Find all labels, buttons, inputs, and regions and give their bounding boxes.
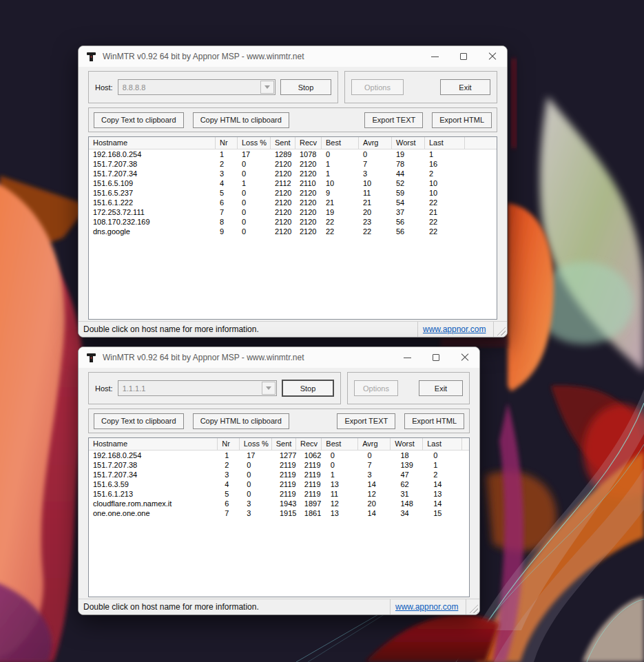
table-cell: 1897: [300, 499, 326, 508]
table-cell: 2120: [271, 227, 295, 236]
winmtr-app-icon: [86, 52, 96, 62]
appnor-link[interactable]: www.appnor.com: [423, 324, 486, 334]
column-header[interactable]: Best: [322, 137, 359, 149]
column-header[interactable]: Loss %: [240, 438, 272, 450]
resize-grip[interactable]: [466, 601, 478, 613]
table-row[interactable]: one.one.one.one731915186113143415: [89, 508, 469, 518]
table-cell: 0: [238, 159, 271, 169]
options-button[interactable]: Options: [354, 380, 398, 396]
minimize-icon[interactable]: [420, 46, 449, 67]
column-header[interactable]: Hostname: [89, 137, 216, 149]
appnor-link[interactable]: www.appnor.com: [395, 602, 458, 612]
winmtr-app-icon: [86, 353, 96, 363]
column-header[interactable]: Sent: [271, 137, 295, 149]
table-row[interactable]: 151.6.5.23750212021209115910: [89, 188, 497, 198]
copy-text-button[interactable]: Copy Text to clipboard: [94, 413, 184, 429]
title-bar[interactable]: WinMTR v0.92 64 bit by Appnor MSP - www.…: [79, 46, 507, 67]
table-cell: 7: [216, 207, 238, 217]
table-cell: 13: [326, 479, 364, 489]
table-cell: 2119: [300, 470, 326, 479]
copy-text-button[interactable]: Copy Text to clipboard: [94, 112, 184, 128]
column-header[interactable]: Best: [322, 438, 358, 450]
table-row[interactable]: 151.7.207.34302119211913472: [89, 470, 469, 479]
listview-body: 192.168.0.2541171289107800191151.7.207.3…: [89, 149, 497, 236]
column-header[interactable]: Worst: [392, 137, 425, 149]
export-text-button[interactable]: Export TEXT: [364, 112, 423, 128]
stop-button[interactable]: Stop: [280, 79, 331, 95]
table-cell: 5: [216, 188, 238, 198]
table-cell: 2120: [271, 207, 295, 217]
chevron-down-icon: [264, 85, 270, 89]
table-row[interactable]: dns.google902120212022225622: [89, 227, 497, 236]
close-icon[interactable]: [450, 347, 479, 368]
table-row[interactable]: 151.6.5.109412112211010105210: [89, 178, 497, 188]
column-header[interactable]: Hostname: [89, 438, 218, 450]
table-cell: 151.6.5.109: [89, 178, 216, 188]
table-cell: 10: [425, 188, 465, 198]
column-header[interactable]: Nr: [216, 137, 238, 149]
table-cell: cloudflare.rom.namex.it: [89, 499, 220, 508]
column-header[interactable]: Recv: [296, 438, 322, 450]
column-header[interactable]: Nr: [218, 438, 239, 450]
options-button[interactable]: Options: [351, 79, 404, 95]
table-row[interactable]: 192.168.0.2541171289107800191: [89, 149, 497, 159]
close-icon[interactable]: [478, 46, 507, 67]
maximize-icon[interactable]: [449, 46, 478, 67]
table-row[interactable]: 192.168.0.2541171277106200180: [89, 451, 469, 460]
table-cell: 56: [392, 227, 425, 236]
combobox-dropdown-button[interactable]: [260, 81, 274, 94]
table-row[interactable]: 151.7.207.382021192119071391: [89, 460, 469, 470]
host-combobox[interactable]: 1.1.1.1: [118, 380, 277, 396]
column-header[interactable]: Avrg: [359, 137, 392, 149]
column-header[interactable]: Worst: [391, 438, 423, 450]
stop-button[interactable]: Stop: [282, 380, 334, 397]
listview-header: HostnameNrLoss %SentRecvBestAvrgWorstLas…: [89, 137, 497, 149]
export-text-button[interactable]: Export TEXT: [337, 413, 395, 429]
table-row[interactable]: 151.7.207.34302120212013442: [89, 169, 497, 178]
host-groupbox: Host: 1.1.1.1 Stop: [88, 372, 341, 404]
table-cell: 139: [396, 460, 429, 470]
table-cell: 0: [238, 188, 271, 198]
table-row[interactable]: 151.6.1.222602120212021215422: [89, 198, 497, 207]
combobox-dropdown-button[interactable]: [262, 382, 276, 395]
listview-header: HostnameNrLoss %SentRecvBestAvrgWorstLas…: [89, 438, 469, 451]
column-header[interactable]: Avrg: [358, 438, 391, 450]
table-cell: 2120: [271, 198, 295, 207]
table-row[interactable]: 151.7.207.382021202120177816: [89, 159, 497, 169]
exit-button[interactable]: Exit: [419, 380, 463, 396]
table-cell: 22: [425, 217, 465, 227]
host-combobox[interactable]: 8.8.8.8: [118, 79, 276, 95]
table-cell: 172.253.72.111: [89, 207, 216, 217]
maximize-icon[interactable]: [422, 347, 450, 368]
table-cell: 0: [242, 489, 276, 499]
column-header[interactable]: Loss %: [238, 137, 271, 149]
copy-html-button[interactable]: Copy HTML to clipboard: [193, 112, 289, 128]
column-header[interactable]: Recv: [295, 137, 322, 149]
table-row[interactable]: 151.6.3.59402119211913146214: [89, 479, 469, 489]
column-header[interactable]: Last: [423, 438, 462, 450]
table-row[interactable]: cloudflare.rom.namex.it63194318971220148…: [89, 499, 469, 508]
table-cell: 151.6.5.237: [89, 188, 216, 198]
table-cell: 151.7.207.38: [89, 159, 216, 169]
minimize-icon[interactable]: [393, 347, 422, 368]
window-content: Host: 8.8.8.8 Stop Options Exit Copy Tex…: [79, 67, 507, 321]
table-cell: 151.7.207.34: [89, 169, 216, 178]
table-row[interactable]: 172.253.72.111702120212019203721: [89, 207, 497, 217]
table-cell: 151.6.1.222: [89, 198, 216, 207]
title-bar[interactable]: WinMTR v0.92 64 bit by Appnor MSP - www.…: [79, 347, 479, 368]
column-header[interactable]: Last: [425, 137, 465, 149]
table-row[interactable]: 108.170.232.169802120212022235622: [89, 217, 497, 227]
table-cell: 2112: [271, 178, 295, 188]
table-cell: 2119: [300, 489, 326, 499]
table-cell: 2119: [276, 489, 300, 499]
exit-button[interactable]: Exit: [440, 79, 490, 95]
column-header[interactable]: Sent: [272, 438, 296, 450]
export-html-button[interactable]: Export HTML: [404, 413, 464, 429]
table-cell: 2120: [271, 217, 295, 227]
table-cell: 14: [429, 499, 469, 508]
resize-grip[interactable]: [494, 324, 506, 335]
table-cell: 1943: [276, 499, 300, 508]
table-row[interactable]: 151.6.1.213502119211911123113: [89, 489, 469, 499]
export-html-button[interactable]: Export HTML: [432, 112, 492, 128]
copy-html-button[interactable]: Copy HTML to clipboard: [193, 413, 289, 429]
